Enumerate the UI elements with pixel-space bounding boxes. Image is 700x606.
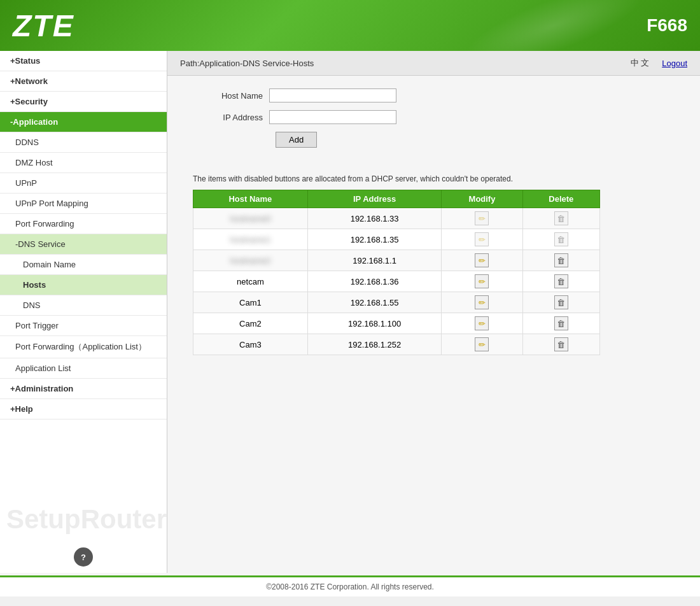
ip-address-row: IP Address [193, 110, 675, 124]
content-area: Path:Application-DNS Service-Hosts 中 文 L… [167, 51, 700, 573]
logo: ZTE [13, 8, 74, 43]
modify-button[interactable]: ✏ [475, 316, 489, 330]
table-row: Cam1192.168.1.55✏🗑 [193, 292, 600, 313]
form-section: Host Name IP Address Add [167, 76, 700, 168]
sidebar-item-help-label: +Help [10, 404, 33, 414]
sidebar-item-port-forwarding[interactable]: Port Forwarding [0, 214, 167, 234]
table-wrapper: Host Name IP Address Modify Delete hostn… [167, 190, 700, 368]
sidebar-item-upnp[interactable]: UPnP [0, 173, 167, 194]
sidebar-item-help[interactable]: +Help [0, 399, 167, 419]
sidebar-item-dmz-host[interactable]: DMZ Host [0, 153, 167, 173]
sidebar-item-pf-app-list[interactable]: Port Forwarding（Application List） [0, 336, 167, 358]
delete-button[interactable]: 🗑 [554, 253, 568, 267]
cell-host-name: hostname1 [193, 229, 308, 250]
blurred-host-name: hostname2 [230, 256, 270, 265]
sidebar-item-upnp-label: UPnP [15, 178, 37, 188]
delete-button[interactable]: 🗑 [554, 274, 568, 288]
header: ZTE F668 [0, 0, 700, 51]
sidebar-item-ddns[interactable]: DDNS [0, 132, 167, 153]
sidebar-item-upnp-pm-label: UPnP Port Mapping [15, 199, 88, 208]
add-button-row: Add [193, 132, 675, 148]
sidebar-item-upnp-port-mapping[interactable]: UPnP Port Mapping [0, 194, 167, 214]
table-row: Cam3192.168.1.252✏🗑 [193, 334, 600, 355]
cell-delete: 🗑 [522, 250, 599, 271]
edit-icon: ✏ [479, 214, 486, 223]
sidebar-item-dns[interactable]: DNS [0, 295, 167, 316]
trash-icon: 🗑 [557, 319, 565, 328]
host-name-input[interactable] [269, 88, 396, 102]
watermark: SetupRouter.com [6, 504, 167, 535]
breadcrumb: Path:Application-DNS Service-Hosts [180, 59, 314, 68]
sidebar-item-hosts[interactable]: Hosts [0, 275, 167, 295]
sidebar-item-dns-sub-label: DNS [23, 300, 40, 310]
host-name-row: Host Name [193, 88, 675, 102]
add-button[interactable]: Add [276, 132, 317, 148]
cell-modify: ✏ [442, 292, 522, 313]
cell-delete: 🗑 [522, 271, 599, 292]
cell-modify: ✏ [442, 334, 522, 355]
help-button[interactable]: ? [74, 547, 93, 567]
host-name-label: Host Name [193, 91, 269, 101]
modify-button[interactable]: ✏ [475, 274, 489, 288]
modify-button: ✏ [475, 232, 489, 246]
cell-host-name: Cam3 [193, 334, 308, 355]
sidebar-item-hosts-label: Hosts [23, 280, 46, 290]
cell-delete: 🗑 [522, 334, 599, 355]
delete-button: 🗑 [554, 211, 568, 225]
modify-button[interactable]: ✏ [475, 253, 489, 267]
trash-icon: 🗑 [557, 214, 565, 223]
table-row: hostname1192.168.1.35✏🗑 [193, 229, 600, 250]
cell-delete: 🗑 [522, 208, 599, 229]
sidebar-item-dmz-label: DMZ Host [15, 158, 53, 167]
cell-modify: ✏ [442, 250, 522, 271]
cell-delete: 🗑 [522, 229, 599, 250]
cell-ip-address: 192.168.1.33 [307, 208, 442, 229]
sidebar-item-dns-service[interactable]: -DNS Service [0, 234, 167, 255]
trash-icon: 🗑 [557, 277, 565, 286]
table-row: hostname0192.168.1.33✏🗑 [193, 208, 600, 229]
cell-ip-address: 192.168.1.36 [307, 271, 442, 292]
cell-ip-address: 192.168.1.1 [307, 250, 442, 271]
cell-ip-address: 192.168.1.252 [307, 334, 442, 355]
footer-text: ©2008-2016 ZTE Corporation. All rights r… [266, 582, 434, 591]
cell-modify: ✏ [442, 229, 522, 250]
sidebar-item-application-label: -Application [10, 117, 58, 127]
footer: ©2008-2016 ZTE Corporation. All rights r… [0, 575, 700, 596]
sidebar-item-application-list[interactable]: Application List [0, 358, 167, 379]
table-row: hostname2192.168.1.1✏🗑 [193, 250, 600, 271]
sidebar-item-security-label: +Security [10, 97, 48, 106]
info-text: The items with disabled buttons are allo… [167, 168, 613, 190]
ip-address-label: IP Address [193, 113, 269, 122]
sidebar-item-application[interactable]: -Application [0, 112, 167, 132]
edit-icon: ✏ [479, 277, 486, 286]
delete-button[interactable]: 🗑 [554, 295, 568, 309]
sidebar-item-domain-name[interactable]: Domain Name [0, 255, 167, 275]
sidebar-item-security[interactable]: +Security [0, 92, 167, 112]
blurred-host-name: hostname0 [230, 214, 270, 223]
cell-delete: 🗑 [522, 313, 599, 334]
model-label: F668 [647, 15, 687, 36]
sidebar-item-network[interactable]: +Network [0, 71, 167, 92]
sidebar-item-port-trigger[interactable]: Port Trigger [0, 316, 167, 336]
modify-button[interactable]: ✏ [475, 295, 489, 309]
col-modify: Modify [442, 190, 522, 208]
ip-address-input[interactable] [269, 110, 396, 124]
sidebar-item-administration[interactable]: +Administration [0, 379, 167, 399]
cell-host-name: hostname2 [193, 250, 308, 271]
col-host-name: Host Name [193, 190, 308, 208]
edit-icon: ✏ [479, 298, 486, 307]
cell-modify: ✏ [442, 313, 522, 334]
lang-link[interactable]: 中 文 [631, 57, 650, 69]
table-row: netcam192.168.1.36✏🗑 [193, 271, 600, 292]
sidebar-item-status-label: +Status [10, 56, 40, 66]
edit-icon: ✏ [479, 256, 486, 265]
content-header: Path:Application-DNS Service-Hosts 中 文 L… [167, 51, 700, 76]
col-ip-address: IP Address [307, 190, 442, 208]
trash-icon: 🗑 [557, 256, 565, 265]
delete-button[interactable]: 🗑 [554, 337, 568, 351]
sidebar-item-pf-label: Port Forwarding [15, 219, 74, 229]
modify-button[interactable]: ✏ [475, 337, 489, 351]
sidebar-item-status[interactable]: +Status [0, 51, 167, 71]
logout-link[interactable]: Logout [662, 59, 687, 68]
delete-button[interactable]: 🗑 [554, 316, 568, 330]
